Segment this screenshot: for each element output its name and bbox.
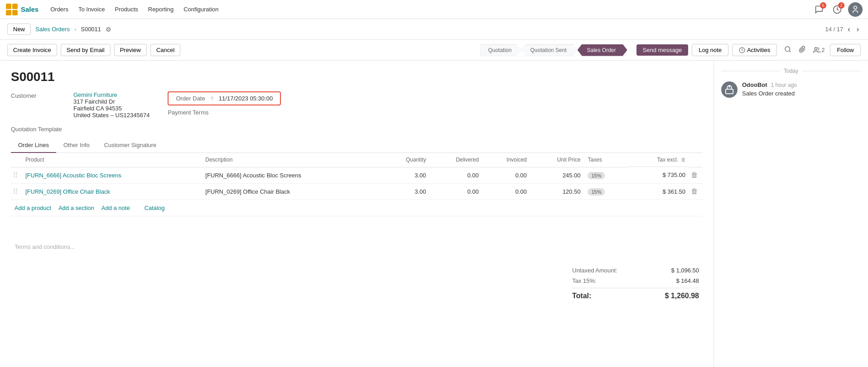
svg-point-5 [854,6,857,9]
chatter-author: OdooBot [742,81,767,88]
activities-badge: 2 [838,2,844,9]
col-actions [689,153,703,167]
svg-rect-1 [12,4,18,9]
form-title: S00011 [11,70,703,84]
action-bar: Create Invoice Send by Email Preview Can… [0,40,868,61]
add-section-link[interactable]: Add a section [58,205,94,211]
app-name[interactable]: Sales [21,5,39,13]
nav-item-configuration[interactable]: Configuration [179,4,223,14]
col-taxes: Taxes [584,153,627,167]
activities-icon-btn[interactable]: 2 [830,2,844,17]
status-pipeline: Quotation Quotation Sent Sales Order [480,44,627,56]
new-button[interactable]: New [7,24,31,35]
columns-icon[interactable] [680,157,685,162]
nav-item-products[interactable]: Products [110,4,142,14]
order-date-value: 11/17/2023 05:30:00 [219,95,273,102]
tab-order-lines[interactable]: Order Lines [11,138,56,153]
taxes-2[interactable]: 15% [584,183,627,200]
attachment-icon-btn[interactable] [797,44,808,57]
add-note-link[interactable]: Add a note [101,205,130,211]
tax-row: Tax 15%: $ 164.48 [572,276,699,286]
followers-btn[interactable]: 2 [811,45,826,56]
activities-clock-icon [739,47,745,53]
col-product: Product [22,153,202,167]
customer-address1: 317 Fairchild Dr [73,98,149,105]
nav-item-reporting[interactable]: Reporting [144,4,178,14]
settings-gear-icon[interactable]: ⚙ [106,26,111,33]
customer-label: Customer [11,91,70,99]
delivered-2: 0.00 [429,183,482,200]
table-header-row: Product Description Quantity Delivered I… [11,153,703,167]
invoiced-1: 0.00 [482,167,530,183]
follow-button[interactable]: Follow [830,44,861,56]
product-2[interactable]: [FURN_0269] Office Chair Black [22,183,202,200]
status-quotation-sent[interactable]: Quotation Sent [521,44,578,56]
breadcrumb-link[interactable]: Sales Orders [35,26,70,33]
messages-icon-btn[interactable]: 5 [812,2,826,17]
terms-area[interactable]: Terms and conditions... [11,239,703,262]
col-tax-excl: Tax excl. [627,153,689,167]
quantity-2[interactable]: 3.00 [382,183,430,200]
drag-handle-1[interactable]: ⠿ [11,167,22,183]
tab-other-info[interactable]: Other Info [56,138,97,153]
tax-badge-1: 15% [588,172,605,179]
main-layout: S00011 Customer Gemini Furniture 317 Fai… [0,61,868,367]
send-message-button[interactable]: Send message [637,44,689,56]
customer-address2: Fairfield CA 94535 [73,105,149,112]
pager-prev[interactable]: ‹ [846,24,852,34]
product-1[interactable]: [FURN_6666] Acoustic Bloc Screens [22,167,202,183]
svg-rect-15 [726,89,733,94]
order-date-question: ? [211,96,213,101]
preview-button[interactable]: Preview [114,44,147,56]
delete-2[interactable]: 🗑 [689,183,703,200]
activities-button[interactable]: Activities [732,44,777,56]
totals-section: Untaxed Amount: $ 1,096.50 Tax 15%: $ 16… [11,262,703,309]
order-date-box[interactable]: Order Date ? 11/17/2023 05:30:00 [168,91,281,105]
log-note-button[interactable]: Log note [692,44,728,56]
tab-customer-signature[interactable]: Customer Signature [97,138,164,153]
svg-point-16 [729,86,730,87]
logo[interactable]: Sales [5,3,39,16]
add-links: Add a product Add a section Add a note C… [11,200,703,216]
table-row: ⠿ [FURN_6666] Acoustic Bloc Screens [FUR… [11,167,703,183]
pager-next[interactable]: › [855,24,861,34]
drag-handle-2[interactable]: ⠿ [11,183,22,200]
nav-item-to-invoice[interactable]: To Invoice [74,4,110,14]
add-product-link[interactable]: Add a product [14,205,51,211]
unit-price-1[interactable]: 245.00 [530,167,584,183]
search-icon-btn[interactable] [782,44,793,57]
create-invoice-button[interactable]: Create Invoice [7,44,57,56]
chatter-header: OdooBot 1 hour ago [742,81,797,88]
cancel-button[interactable]: Cancel [150,44,180,56]
delete-1[interactable]: 🗑 [689,167,703,183]
chatter-avatar [721,81,738,98]
quantity-1[interactable]: 3.00 [382,167,430,183]
untaxed-label: Untaxed Amount: [572,267,617,274]
payment-terms-label: Payment Terms [168,109,208,116]
nav-item-orders[interactable]: Orders [46,4,73,14]
form-area: S00011 Customer Gemini Furniture 317 Fai… [0,61,714,367]
totals-table: Untaxed Amount: $ 1,096.50 Tax 15%: $ 16… [572,265,699,302]
order-lines-table: Product Description Quantity Delivered I… [11,153,703,200]
description-1[interactable]: [FURN_6666] Acoustic Bloc Screens [202,167,381,183]
table-row: ⠿ [FURN_0269] Office Chair Black [FURN_0… [11,183,703,200]
chatter-area: Today OdooBot 1 hour ago Sales Order cre… [714,61,868,367]
total-row: Total: $ 1,260.98 [572,288,699,302]
col-invoiced: Invoiced [482,153,530,167]
customer-name[interactable]: Gemini Furniture [73,91,149,98]
user-avatar[interactable] [848,2,863,17]
activities-label: Activities [747,47,770,53]
terms-placeholder: Terms and conditions... [14,243,75,250]
status-sales-order[interactable]: Sales Order [578,44,627,56]
catalog-link[interactable]: Catalog [145,205,165,211]
taxes-1[interactable]: 15% [584,167,627,183]
record-id-label: S00011 [81,26,101,33]
col-drag [11,153,22,167]
send-by-email-button[interactable]: Send by Email [61,44,111,56]
chatter-today: Today [721,68,861,74]
description-2[interactable]: [FURN_0269] Office Chair Black [202,183,381,200]
svg-rect-3 [12,10,18,15]
tax-label: Tax 15%: [572,277,596,284]
status-quotation[interactable]: Quotation [480,44,521,56]
unit-price-2[interactable]: 120.50 [530,183,584,200]
